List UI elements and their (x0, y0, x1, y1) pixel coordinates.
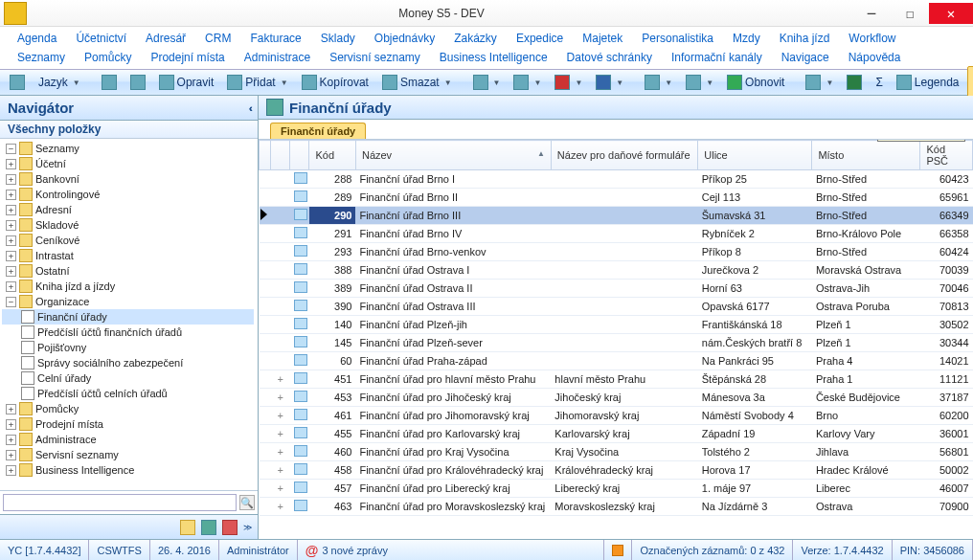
tree-node[interactable]: −Organizace (2, 294, 254, 309)
tb-pdf[interactable]: ▼ (549, 72, 588, 93)
menu-etnictv[interactable]: Účetnictví (66, 29, 136, 48)
close-icon[interactable] (222, 520, 238, 535)
expand-cell[interactable] (271, 298, 290, 316)
expand-cell[interactable] (271, 334, 290, 352)
tree-node[interactable]: +Prodejní místa (2, 416, 254, 432)
expand-icon[interactable]: + (6, 159, 16, 169)
expand-cell[interactable] (271, 225, 290, 243)
table-row[interactable]: 290Finanční úřad Brno IIIŠumavská 31Brno… (260, 207, 973, 225)
nav-toggle-button[interactable] (4, 72, 31, 93)
edit-button[interactable]: Opravit (153, 72, 220, 93)
col-ic[interactable] (290, 141, 309, 170)
table-row[interactable]: +460Finanční úřad pro Kraj VysočinaKraj … (260, 443, 973, 461)
nav-search-input[interactable] (3, 494, 237, 511)
tree-node[interactable]: Předčíslí účtů finančních úřadů (2, 325, 254, 340)
table-row[interactable]: +458Finanční úřad pro Královéhradecký kr… (260, 461, 973, 480)
expand-cell[interactable]: + (271, 443, 290, 461)
status-rss[interactable] (604, 540, 632, 560)
expand-icon[interactable]: − (6, 144, 16, 154)
menu-workflow[interactable]: Workflow (839, 29, 905, 48)
expand-cell[interactable]: + (271, 407, 290, 425)
expand-cell[interactable]: + (271, 461, 290, 480)
expand-icon[interactable]: + (6, 174, 16, 185)
sum-button[interactable]: Σ (870, 73, 888, 92)
menu-objednvky[interactable]: Objednávky (365, 29, 444, 48)
menu-servisnseznamy[interactable]: Servisní seznamy (320, 48, 430, 67)
expand-icon[interactable]: + (6, 266, 16, 277)
attach-button[interactable]: ▼ (800, 72, 839, 93)
close-button[interactable]: ✕ (929, 3, 973, 24)
menu-pomcky[interactable]: Pomůcky (75, 48, 141, 67)
expand-icon[interactable]: + (6, 450, 16, 460)
tree-node[interactable]: +Administrace (2, 432, 254, 447)
tree-node[interactable]: +Adresní (2, 202, 254, 217)
tb-icon-3[interactable]: ▼ (467, 72, 507, 93)
tb-icon-4[interactable]: ▼ (508, 72, 547, 93)
col-exp[interactable] (271, 141, 290, 170)
tree-node[interactable]: +Business Intelligence (2, 462, 254, 478)
generate-companies-button[interactable]: Generovat firmy (967, 66, 973, 99)
expand-icon[interactable]: + (6, 435, 16, 445)
col-code[interactable]: Kód (309, 141, 355, 170)
expand-cell[interactable]: + (271, 425, 290, 443)
table-row[interactable]: +453Finanční úřad pro Jihočeský krajJiho… (260, 389, 973, 407)
menu-crm[interactable]: CRM (195, 29, 240, 48)
expand-cell[interactable]: + (271, 389, 290, 407)
menu-fakturace[interactable]: Fakturace (240, 29, 310, 48)
expand-icon[interactable]: + (6, 465, 16, 476)
tree-node[interactable]: +Ostatní (2, 263, 254, 279)
tree-node[interactable]: Celní úřady (2, 370, 254, 386)
tree-node[interactable]: +Ceníkové (2, 233, 254, 248)
menu-npovda[interactable]: Nápověda (839, 48, 911, 67)
menu-informankanly[interactable]: Informační kanály (662, 48, 772, 67)
col-name[interactable]: Název▲ (355, 141, 551, 170)
table-row[interactable]: +455Finanční úřad pro Karlovarský krajKa… (260, 425, 973, 443)
tree-node[interactable]: +Intrastat (2, 248, 254, 263)
menu-datovschrnky[interactable]: Datové schránky (557, 48, 662, 67)
tree-node[interactable]: Předčíslí účtů celních úřadů (2, 386, 254, 401)
table-row[interactable]: 388Finanční úřad Ostrava IJurečkova 2Mor… (260, 261, 973, 280)
tree-node[interactable]: Správy sociálního zabezpečení (2, 355, 254, 370)
table-row[interactable]: 145Finanční úřad Plzeň-severnám.Českých … (260, 334, 973, 352)
tree-node[interactable]: +Bankovní (2, 171, 254, 187)
table-row[interactable]: +461Finanční úřad pro Jihomoravský krajJ… (260, 407, 973, 425)
table-row[interactable]: 60Finanční úřad Praha-západNa Pankráci 9… (260, 352, 973, 370)
expand-icon[interactable]: + (6, 419, 16, 430)
expand-cell[interactable] (271, 243, 290, 261)
table-row[interactable]: 140Finanční úřad Plzeň-jihFrantiškánská … (260, 316, 973, 334)
search-icon[interactable]: 🔍 (239, 495, 255, 510)
tb-icon-2[interactable] (124, 72, 151, 93)
table-row[interactable]: +457Finanční úřad pro Liberecký krajLibe… (260, 480, 973, 498)
tree-node[interactable]: +Servisní seznamy (2, 447, 254, 462)
expand-icon[interactable]: − (6, 297, 16, 307)
table-row[interactable]: 289Finanční úřad Brno IICejl 113Brno-Stř… (260, 189, 973, 207)
menu-expedice[interactable]: Expedice (507, 29, 573, 48)
menu-agenda[interactable]: Agenda (8, 29, 66, 48)
col-street[interactable]: Ulice (698, 141, 812, 170)
table-row[interactable]: +451Finanční úřad pro hlavní město Prahu… (260, 370, 973, 389)
tb-icon-1[interactable] (96, 72, 123, 93)
menu-mzdy[interactable]: Mzdy (723, 29, 770, 48)
expand-cell[interactable] (271, 261, 290, 280)
menu-majetek[interactable]: Majetek (573, 29, 632, 48)
expand-cell[interactable] (271, 170, 290, 189)
expand-cell[interactable] (271, 189, 290, 207)
menu-zakzky[interactable]: Zakázky (444, 29, 507, 48)
menu-navigace[interactable]: Navigace (772, 48, 839, 67)
tb-save[interactable]: ▼ (590, 72, 629, 93)
expand-cell[interactable] (271, 352, 290, 370)
menu-businessintelligence[interactable]: Business Intelligence (430, 48, 557, 67)
table-row[interactable]: +463Finanční úřad pro Moravskoslezský kr… (260, 498, 973, 516)
copy-button[interactable]: Kopírovat (296, 72, 374, 93)
menu-knihajzd[interactable]: Kniha jízd (770, 29, 840, 48)
chevron-right-icon[interactable]: ≫ (243, 523, 252, 532)
tab-financni-urady[interactable]: Finanční úřady (270, 123, 366, 139)
col-form[interactable]: Název pro daňové formuláře (551, 141, 697, 170)
col-mark[interactable] (260, 141, 271, 170)
module-icon[interactable] (201, 520, 216, 535)
expand-icon[interactable]: + (6, 220, 16, 231)
expand-icon[interactable]: + (6, 190, 16, 200)
minimize-button[interactable]: ─ (852, 3, 891, 24)
col-zip[interactable]: Kód PSČ (920, 141, 973, 170)
tree-node[interactable]: Pojišťovny (2, 340, 254, 355)
